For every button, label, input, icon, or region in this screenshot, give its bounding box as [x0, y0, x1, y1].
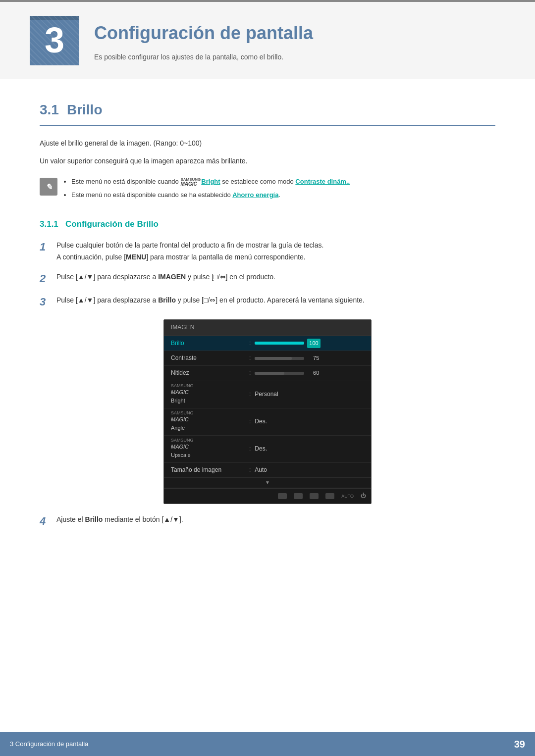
- page-title: Configuración de pantalla: [94, 19, 313, 48]
- note-item-2: Este menú no está disponible cuando se h…: [71, 190, 350, 201]
- osd-val-tamano: Auto: [255, 465, 267, 475]
- osd-row-magic-angle: SAMSUNG MAGIC Angle : Des.: [164, 408, 371, 436]
- header-text-block: Configuración de pantalla Es posible con…: [94, 19, 313, 62]
- osd-screen: IMAGEN Brillo : 100 Contraste : 75: [163, 319, 372, 504]
- step-item-2: 2 Pulse [▲/▼] para desplazarse a IMAGEN …: [40, 271, 495, 287]
- section-header: 3.1 Brillo: [40, 99, 495, 126]
- contraste-link: Contraste dinám..: [295, 178, 350, 185]
- footer-chapter-text: 3 Configuración de pantalla: [10, 739, 88, 750]
- subsection-title-text: Configuración de Brillo: [65, 219, 159, 229]
- ahorro-link: Ahorro energía: [232, 191, 278, 199]
- subsection-header: 3.1.1 Configuración de Brillo: [40, 217, 495, 231]
- step-number-4: 4: [40, 514, 50, 529]
- osd-val-contraste: 75: [307, 354, 319, 363]
- osd-bar-contraste: 75: [255, 354, 364, 363]
- chapter-number-box: 3: [30, 16, 79, 65]
- osd-val-magic-angle: Des.: [255, 417, 267, 426]
- page-subtitle: Es posible configurar los ajustes de la …: [94, 51, 313, 62]
- osd-val-magic-upscale: Des.: [255, 444, 267, 454]
- osd-label-contraste: Contraste: [171, 353, 245, 363]
- osd-btn-4: [325, 493, 334, 499]
- footer-page-number: 39: [514, 736, 525, 752]
- bright-link: Bright: [201, 178, 220, 185]
- description-1: Ajuste el brillo general de la imagen. (…: [40, 138, 495, 150]
- osd-label-brillo: Brillo: [171, 339, 245, 348]
- osd-label-magic-angle: SAMSUNG MAGIC Angle: [171, 411, 245, 433]
- osd-label-magic-upscale: SAMSUNG MAGIC Upscale: [171, 438, 245, 460]
- section-number: 3.1: [40, 99, 59, 121]
- osd-label-nitidez: Nitidez: [171, 368, 245, 378]
- osd-btn-1: [278, 493, 287, 499]
- note2-text-1: Este menú no está disponible cuando se h…: [71, 191, 232, 199]
- osd-btn-2: [294, 493, 303, 499]
- osd-footer: AUTO ⏻: [164, 488, 371, 504]
- samsung-magic-label-1: SAMSUNGMAGIC: [180, 178, 201, 187]
- osd-label-tamano: Tamaño de imagen: [171, 465, 245, 475]
- section-title-text: Brillo: [67, 99, 103, 121]
- step-item-4: 4 Ajuste el Brillo mediante el botón [▲/…: [40, 514, 495, 529]
- step-text-1: Pulse cualquier botón de la parte fronta…: [56, 240, 323, 263]
- osd-more-indicator: ▼: [164, 478, 371, 488]
- osd-label-magic-bright: SAMSUNG MAGIC Bright: [171, 384, 245, 405]
- page-footer: 3 Configuración de pantalla 39: [0, 732, 535, 756]
- note-item-1: Este menú no está disponible cuando SAMS…: [71, 177, 350, 187]
- description-2: Un valor superior conseguirá que la imag…: [40, 155, 495, 167]
- page-header: 3 Configuración de pantalla Es posible c…: [0, 0, 535, 79]
- osd-btn-auto-label: AUTO: [341, 493, 354, 500]
- osd-power-icon: ⏻: [361, 492, 366, 501]
- osd-val-brillo: 100: [307, 339, 320, 349]
- osd-row-contraste: Contraste : 75: [164, 351, 371, 366]
- step-item-3: 3 Pulse [▲/▼] para desplazarse a Brillo …: [40, 295, 495, 310]
- note-box: ✎ Este menú no está disponible cuando SA…: [40, 177, 495, 203]
- chapter-number: 3: [45, 12, 64, 69]
- note-icon: ✎: [40, 178, 57, 196]
- osd-val-magic-bright: Personal: [255, 390, 278, 399]
- osd-val-nitidez: 60: [307, 369, 319, 378]
- step-text-2: Pulse [▲/▼] para desplazarse a IMAGEN y …: [56, 271, 275, 283]
- step-text-4: Ajuste el Brillo mediante el botón [▲/▼]…: [56, 514, 183, 526]
- step-text-3: Pulse [▲/▼] para desplazarse a Brillo y …: [56, 295, 365, 306]
- osd-row-nitidez: Nitidez : 60: [164, 366, 371, 381]
- osd-bar-nitidez: 60: [255, 369, 364, 378]
- subsection-number: 3.1.1: [40, 219, 58, 229]
- step-4-container: 4 Ajuste el Brillo mediante el botón [▲/…: [40, 514, 495, 529]
- main-content: 3.1 Brillo Ajuste el brillo general de l…: [0, 79, 535, 577]
- osd-header: IMAGEN: [164, 320, 371, 336]
- note2-text-2: .: [278, 191, 280, 199]
- osd-bar-brillo: 100: [255, 339, 364, 349]
- note-list: Este menú no está disponible cuando SAMS…: [63, 177, 350, 203]
- osd-row-tamano: Tamaño de imagen : Auto: [164, 463, 371, 478]
- step-number-3: 3: [40, 295, 50, 310]
- osd-row-magic-bright: SAMSUNG MAGIC Bright : Personal: [164, 381, 371, 408]
- step-item-1: 1 Pulse cualquier botón de la parte fron…: [40, 240, 495, 263]
- osd-row-brillo: Brillo : 100: [164, 336, 371, 352]
- osd-row-magic-upscale: SAMSUNG MAGIC Upscale : Des.: [164, 436, 371, 463]
- osd-btn-3: [310, 493, 319, 499]
- step-number-2: 2: [40, 271, 50, 287]
- steps-list: 1 Pulse cualquier botón de la parte fron…: [40, 240, 495, 309]
- note1-text-2: se establece como modo: [220, 178, 296, 185]
- note1-text-1: Este menú no está disponible cuando: [71, 178, 180, 185]
- step-number-1: 1: [40, 240, 50, 255]
